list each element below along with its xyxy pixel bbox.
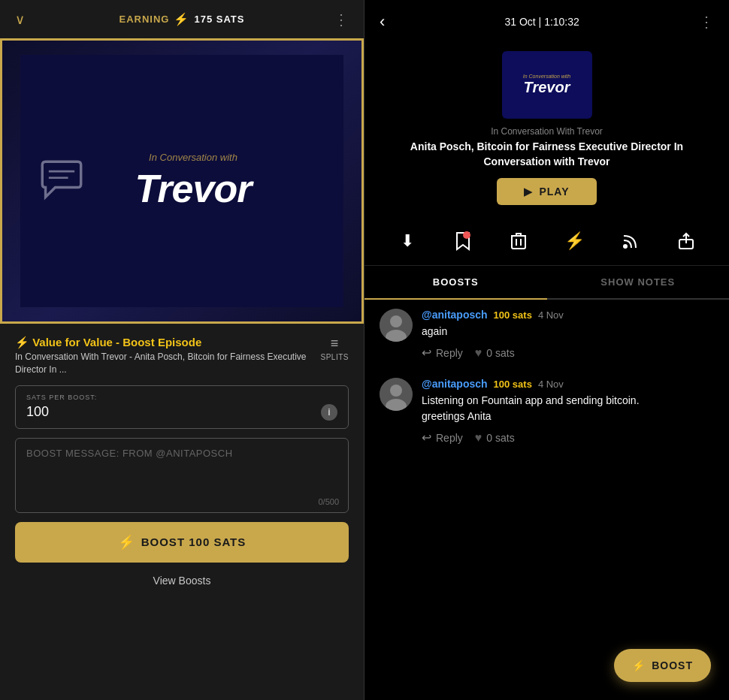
- boosts-list: @anitaposch 100 sats 4 Nov again ↩ Reply…: [364, 300, 729, 700]
- fab-bolt-icon: ⚡: [632, 659, 646, 671]
- artwork-inner: In Conversation with Trevor: [20, 55, 343, 308]
- bolt-action-icon[interactable]: ⚡: [560, 226, 590, 256]
- right-panel-content: @anitaposch 100 sats 4 Nov again ↩ Reply…: [364, 300, 729, 700]
- avatar-image: [380, 378, 413, 411]
- episode-info: In Conversation with Trevor In Conversat…: [364, 44, 729, 217]
- right-header: ‹ 31 Oct | 1:10:32 ⋮: [364, 0, 729, 44]
- boost-content: @anitaposch 100 sats 4 Nov again ↩ Reply…: [422, 309, 714, 360]
- fab-label: BOOST: [652, 659, 693, 671]
- boost-actions: ↩ Reply ♥ 0 sats: [422, 430, 714, 445]
- tab-boosts[interactable]: BOOSTS: [364, 266, 547, 300]
- left-header: ∨ EARNING ⚡ 175 sats ⋮: [0, 0, 364, 38]
- boost-sats-badge: 100 sats: [494, 379, 532, 390]
- delete-icon[interactable]: [504, 226, 534, 256]
- sats-input-field[interactable]: SATS PER BOOST: 100 i: [15, 385, 349, 429]
- download-icon[interactable]: ⬇: [392, 226, 422, 256]
- heart-icon: ♥: [475, 431, 482, 445]
- bolt-icon: ⚡: [174, 12, 189, 26]
- reply-icon: ↩: [422, 345, 431, 360]
- char-count: 0/500: [318, 497, 339, 506]
- boost-title-sub: In Conversation With Trevor - Anita Posc…: [15, 351, 321, 376]
- tab-show-notes[interactable]: SHOW NOTES: [547, 266, 730, 300]
- bookmark-icon[interactable]: [448, 226, 478, 256]
- chat-bubble-icon: [35, 158, 88, 204]
- reply-button[interactable]: ↩ Reply: [422, 345, 463, 360]
- artwork-subtitle: In Conversation with: [135, 152, 252, 163]
- ep-artwork-title: Trevor: [524, 79, 570, 96]
- like-button[interactable]: ♥ 0 sats: [475, 431, 515, 445]
- boost-panel: ⚡ Value for Value - Boost Episode In Con…: [0, 324, 364, 700]
- boost-meta-row: @anitaposch 100 sats 4 Nov: [422, 309, 714, 321]
- boost-username: @anitaposch: [422, 309, 488, 321]
- episode-title: Anita Posch, Bitcoin for Fairness Execut…: [380, 140, 714, 169]
- boost-date: 4 Nov: [538, 309, 564, 321]
- boost-message: Listening on Fountain app and sending bi…: [422, 393, 714, 424]
- sats-display: 175 sats: [194, 14, 244, 25]
- boost-username: @anitaposch: [422, 378, 488, 390]
- like-button[interactable]: ♥ 0 sats: [475, 346, 515, 360]
- reply-label: Reply: [436, 347, 463, 359]
- chevron-down-icon[interactable]: ∨: [15, 11, 25, 28]
- svg-point-0: [463, 231, 470, 239]
- boost-sats-badge: 100 sats: [494, 309, 532, 321]
- like-sats-count: 0 sats: [486, 432, 514, 444]
- heart-icon: ♥: [475, 346, 482, 360]
- svg-rect-1: [512, 236, 525, 249]
- play-icon: ▶: [524, 186, 533, 198]
- svg-point-5: [623, 244, 628, 249]
- rss-icon[interactable]: [616, 226, 646, 256]
- podcast-artwork: In Conversation with Trevor: [0, 38, 364, 324]
- action-icons-row: ⬇ ⚡: [364, 217, 729, 266]
- earning-status: EARNING ⚡ 175 sats: [119, 12, 245, 26]
- boost-button[interactable]: ⚡ BOOST 100 SATS: [15, 522, 349, 563]
- artwork-title: Trevor: [135, 166, 252, 211]
- boost-message-input[interactable]: BOOST MESSAGE: from @anitaposch 0/500: [15, 438, 349, 513]
- boost-title-main: ⚡ Value for Value - Boost Episode: [15, 336, 321, 349]
- play-label: PLAY: [539, 186, 569, 198]
- boost-fab-button[interactable]: ⚡ BOOST: [614, 649, 711, 682]
- sats-input-row: 100 i: [26, 404, 337, 421]
- play-button[interactable]: ▶ PLAY: [497, 178, 596, 205]
- svg-point-8: [390, 315, 402, 327]
- back-icon[interactable]: ‹: [380, 12, 385, 32]
- right-more-icon[interactable]: ⋮: [699, 13, 714, 31]
- message-placeholder: BOOST MESSAGE: from @anitaposch: [26, 448, 337, 459]
- boost-button-label: BOOST 100 SATS: [141, 536, 247, 548]
- info-icon[interactable]: i: [321, 404, 337, 421]
- reply-icon: ↩: [422, 430, 431, 445]
- episode-datetime: 31 Oct | 1:10:32: [504, 16, 579, 28]
- avatar: [380, 309, 413, 342]
- svg-point-11: [390, 385, 402, 397]
- episode-show-name: In Conversation With Trevor: [491, 126, 603, 137]
- avatar: [380, 378, 413, 411]
- view-boosts-link[interactable]: View Boosts: [15, 572, 349, 590]
- sats-value: 100: [26, 404, 49, 420]
- boost-bolt-icon: ⚡: [15, 336, 29, 348]
- boost-item: @anitaposch 100 sats 4 Nov Listening on …: [380, 378, 714, 445]
- left-panel: ∨ EARNING ⚡ 175 sats ⋮ In Conversation w…: [0, 0, 364, 700]
- reply-label: Reply: [436, 432, 463, 444]
- sats-input-label: SATS PER BOOST:: [26, 394, 337, 401]
- boost-item: @anitaposch 100 sats 4 Nov again ↩ Reply…: [380, 309, 714, 360]
- boost-title-text: ⚡ Value for Value - Boost Episode In Con…: [15, 336, 321, 376]
- share-icon[interactable]: [671, 226, 701, 256]
- boost-button-bolt-icon: ⚡: [118, 534, 135, 551]
- splits-icon: ≡: [331, 336, 339, 352]
- earning-label: EARNING: [119, 14, 170, 25]
- episode-artwork: In Conversation with Trevor: [502, 51, 592, 119]
- right-panel: ‹ 31 Oct | 1:10:32 ⋮ In Conversation wit…: [364, 0, 729, 700]
- boost-message: again: [422, 324, 714, 339]
- boost-date: 4 Nov: [538, 379, 564, 390]
- avatar-image: [380, 309, 413, 342]
- more-options-icon[interactable]: ⋮: [334, 11, 349, 29]
- boost-actions: ↩ Reply ♥ 0 sats: [422, 345, 714, 360]
- boost-meta-row: @anitaposch 100 sats 4 Nov: [422, 378, 714, 390]
- ep-artwork-subtitle: In Conversation with: [523, 74, 570, 79]
- splits-button[interactable]: ≡ SPLITS: [321, 336, 349, 361]
- boost-content: @anitaposch 100 sats 4 Nov Listening on …: [422, 378, 714, 445]
- reply-button[interactable]: ↩ Reply: [422, 430, 463, 445]
- tabs-row: BOOSTS SHOW NOTES: [364, 266, 729, 300]
- boost-title-row: ⚡ Value for Value - Boost Episode In Con…: [15, 336, 349, 376]
- like-sats-count: 0 sats: [486, 347, 514, 359]
- artwork-inner-right: In Conversation with Trevor: [502, 51, 592, 119]
